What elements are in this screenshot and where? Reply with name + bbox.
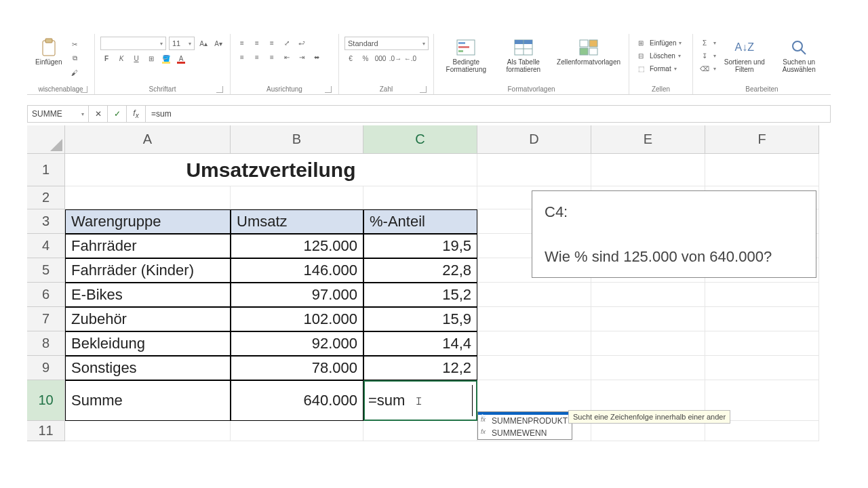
insert-function-button[interactable]: fx [127,106,146,122]
cell-D7[interactable] [477,307,591,331]
cell-c5[interactable]: 22,8 [363,258,477,283]
paste-button[interactable]: Einfügen [33,37,64,67]
cell-c10-editing[interactable]: =sum [363,380,477,421]
header-warengruppe[interactable]: Warengruppe [65,209,231,234]
cell-F8[interactable] [705,331,819,356]
cell-summe-value[interactable]: 640.000 [231,380,363,421]
row-header-4[interactable]: 4 [27,234,65,258]
row-header-6[interactable]: 6 [27,283,65,307]
cell-b9[interactable]: 78.000 [231,356,363,380]
delete-cells-button[interactable]: Löschen [650,52,675,60]
col-header-B[interactable]: B [231,125,363,154]
name-box[interactable]: SUMME▾ [28,106,89,122]
font-size-combo[interactable]: 11▾ [169,37,195,50]
dialog-launcher-icon[interactable] [81,86,87,93]
align-right-button[interactable]: ≡ [266,51,278,63]
cell-E6[interactable] [591,283,705,307]
col-header-E[interactable]: E [591,125,705,154]
cell-E11[interactable] [591,421,705,441]
header-anteil[interactable]: %-Anteil [363,209,477,234]
cell-F9[interactable] [705,356,819,380]
cell-F7[interactable] [705,307,819,331]
dialog-launcher-icon[interactable] [420,86,427,93]
formula-input[interactable]: =sum [146,106,830,122]
cell-b4[interactable]: 125.000 [231,234,363,258]
cell-C11[interactable] [363,421,477,441]
font-family-combo[interactable]: ▾ [100,37,166,50]
cell-D8[interactable] [477,331,591,356]
decrease-indent-button[interactable]: ⇤ [281,51,293,63]
row-header-2[interactable]: 2 [27,186,65,209]
align-bottom-button[interactable]: ≡ [266,37,278,49]
cancel-formula-button[interactable]: ✕ [89,106,108,122]
cell-a4[interactable]: Fahrräder [65,234,231,258]
cell-E1[interactable] [591,154,705,186]
cell-E7[interactable] [591,307,705,331]
cell-A2[interactable] [65,186,231,209]
format-cells-button[interactable]: Format [650,65,671,73]
cell-a9[interactable]: Sonstiges [65,356,231,380]
formula-autocomplete[interactable]: SUMMENPRODUKTSUMMEWENN [477,411,572,440]
row-header-5[interactable]: 5 [27,258,65,283]
cell-c8[interactable]: 14,4 [363,331,477,356]
cell-b6[interactable]: 97.000 [231,283,363,307]
align-middle-button[interactable]: ≡ [251,37,263,49]
orientation-button[interactable]: ⤢ [281,37,293,49]
decrease-decimal-button[interactable]: ←.0 [404,52,416,64]
cell-c7[interactable]: 15,9 [363,307,477,331]
cell-c6[interactable]: 15,2 [363,283,477,307]
clear-button[interactable]: ⌫ [698,62,711,75]
currency-button[interactable]: € [344,52,357,64]
row-header-8[interactable]: 8 [27,331,65,356]
autocomplete-item[interactable]: SUMMENPRODUKT [478,415,572,427]
cell-summe-label[interactable]: Summe [65,380,231,421]
format-table-button[interactable]: Als Tabelle formatieren [497,37,550,75]
cell-D6[interactable] [477,283,591,307]
cell-A11[interactable] [65,421,231,441]
cut-button[interactable]: ✂ [68,38,81,50]
fill-button[interactable]: ↧ [698,49,711,62]
cell-c9[interactable]: 12,2 [363,356,477,380]
cell-D9[interactable] [477,356,591,380]
autosum-button[interactable]: Σ [698,37,711,49]
col-header-F[interactable]: F [705,125,819,154]
find-select-button[interactable]: Suchen un Auswählen [773,37,825,75]
font-color-button[interactable]: A [175,52,187,64]
cell-b7[interactable]: 102.000 [231,307,363,331]
enter-formula-button[interactable]: ✓ [108,106,127,122]
select-all-corner[interactable] [27,125,65,154]
cell-a7[interactable]: Zubehör [65,307,231,331]
align-top-button[interactable]: ≡ [236,37,248,49]
cell-b8[interactable]: 92.000 [231,331,363,356]
row-header-9[interactable]: 9 [27,356,65,380]
header-umsatz[interactable]: Umsatz [231,209,363,234]
col-header-A[interactable]: A [65,125,231,154]
cell-F11[interactable] [705,421,819,441]
underline-button[interactable]: U [130,52,142,64]
row-header-11[interactable]: 11 [27,421,65,441]
copy-button[interactable]: ⧉ [68,52,81,64]
col-header-C[interactable]: C [363,125,477,154]
align-left-button[interactable]: ≡ [236,51,248,63]
cell-styles-button[interactable]: Zellenformatvorlagen [554,37,623,67]
row-header-3[interactable]: 3 [27,209,65,234]
wrap-text-button[interactable]: ⮐ [296,37,308,49]
merge-button[interactable]: ⬌ [311,51,323,63]
number-format-combo[interactable]: Standard▾ [344,37,429,50]
increase-decimal-button[interactable]: .0→ [389,52,401,64]
cell-a5[interactable]: Fahrräder (Kinder) [65,258,231,283]
align-center-button[interactable]: ≡ [251,51,263,63]
sort-filter-button[interactable]: A↓Z Sortieren und Filtern [720,37,769,75]
row-header-10[interactable]: 10 [27,380,65,421]
increase-font-button[interactable]: A▴ [197,37,210,49]
dialog-launcher-icon[interactable] [325,86,332,93]
dialog-launcher-icon[interactable] [216,86,223,93]
row-header-7[interactable]: 7 [27,307,65,331]
decrease-font-button[interactable]: A▾ [212,37,224,49]
cell-E8[interactable] [591,331,705,356]
increase-indent-button[interactable]: ⇥ [296,51,308,63]
cell-E9[interactable] [591,356,705,380]
cell-B11[interactable] [231,421,363,441]
border-button[interactable]: ⊞ [145,52,157,64]
cell-a8[interactable]: Bekleidung [65,331,231,356]
